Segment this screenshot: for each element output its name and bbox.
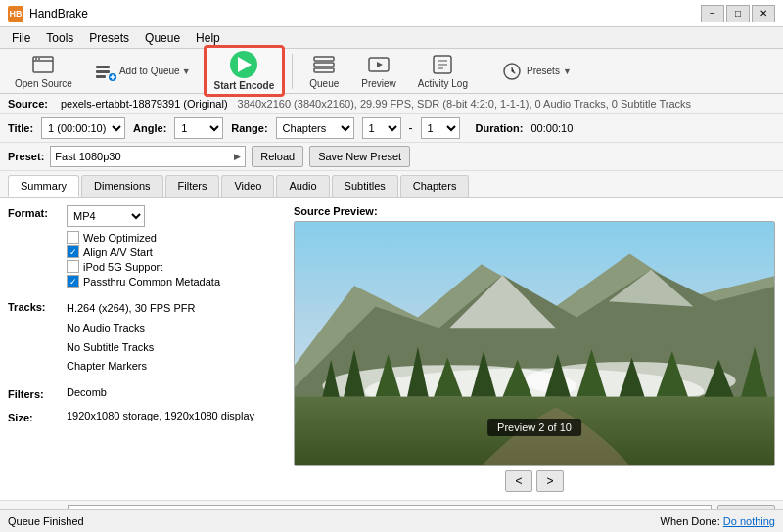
svg-rect-3 <box>96 66 110 68</box>
angle-select[interactable]: 1 <box>174 117 223 139</box>
tracks-row: Tracks: H.264 (x264), 30 FPS PFR No Audi… <box>8 299 282 377</box>
ipod-checkbox[interactable] <box>67 260 79 273</box>
align-av-checkbox[interactable]: ✓ <box>67 245 79 258</box>
when-done-label: When Done: <box>661 515 720 527</box>
title-select[interactable]: 1 (00:00:10) <box>41 117 125 139</box>
tab-summary[interactable]: Summary <box>8 175 79 197</box>
range-type-select[interactable]: Chapters <box>276 117 354 139</box>
size-row: Size: 1920x1080 storage, 1920x1080 displ… <box>8 410 282 423</box>
add-queue-arrow: ▼ <box>182 66 191 76</box>
preview-title: Source Preview: <box>294 205 775 217</box>
reload-button[interactable]: Reload <box>252 146 303 167</box>
svg-marker-11 <box>377 62 383 67</box>
presets-button[interactable]: Presets ▼ <box>491 56 580 87</box>
toolbar-separator-2 <box>484 54 484 89</box>
status-bar: Queue Finished When Done: Do nothing <box>0 509 783 532</box>
svg-rect-4 <box>96 70 110 73</box>
preview-next-button[interactable]: > <box>536 470 564 492</box>
web-optimized-label: Web Optimized <box>83 232 157 244</box>
title-label: Title: <box>8 122 33 134</box>
tab-filters[interactable]: Filters <box>165 175 220 197</box>
open-source-button[interactable]: Open Source <box>6 49 81 93</box>
maximize-button[interactable]: □ <box>726 5 750 22</box>
add-to-queue-label: Add to Queue <box>119 66 180 76</box>
preset-input[interactable]: Fast 1080p30 ▶ <box>50 146 246 167</box>
size-value: 1920x1080 storage, 1920x1080 display <box>67 410 254 421</box>
presets-label: Presets <box>527 66 560 76</box>
summary-panel: Format: MP4 Web Optimized ✓ Align A/V St… <box>8 205 282 492</box>
passthru-label: Passthru Common Metadata <box>83 276 220 288</box>
when-done-value[interactable]: Do nothing <box>723 515 775 527</box>
ipod-label: iPod 5G Support <box>83 261 162 273</box>
preview-label: Preview <box>361 78 396 89</box>
activity-log-label: Activity Log <box>418 78 468 89</box>
queue-icon <box>312 53 336 76</box>
align-av-row: ✓ Align A/V Start <box>67 245 220 258</box>
menu-help[interactable]: Help <box>188 29 228 47</box>
menu-presets[interactable]: Presets <box>81 29 137 47</box>
presets-icon <box>500 60 524 83</box>
source-bar: Source: pexels-ertabbt-18879391 (Origina… <box>0 94 783 114</box>
web-optimized-row: Web Optimized <box>67 231 220 244</box>
app-title: HandBrake <box>29 7 88 21</box>
main-content: Format: MP4 Web Optimized ✓ Align A/V St… <box>0 198 783 501</box>
format-label: Format: <box>8 205 67 219</box>
presets-arrow: ▼ <box>563 66 572 76</box>
angle-label: Angle: <box>133 122 166 134</box>
preview-button[interactable]: Preview <box>352 49 405 93</box>
preview-prev-button[interactable]: < <box>505 470 532 492</box>
tab-subtitles[interactable]: Subtitles <box>332 175 398 197</box>
track-video: H.264 (x264), 30 FPS PFR <box>67 299 195 319</box>
title-row: Title: 1 (00:00:10) Angle: 1 Range: Chap… <box>0 114 783 143</box>
range-label: Range: <box>231 122 267 134</box>
preset-value: Fast 1080p30 <box>55 151 120 162</box>
menu-queue[interactable]: Queue <box>137 29 188 47</box>
size-label: Size: <box>8 410 67 423</box>
source-filename: pexels-ertabbt-18879391 (Original) <box>61 98 228 110</box>
queue-button[interactable]: Queue <box>299 49 348 93</box>
track-audio: No Audio Tracks <box>67 319 195 338</box>
minimize-button[interactable]: − <box>701 5 724 22</box>
source-label: Source: <box>8 98 57 110</box>
start-encode-button[interactable]: Start Encode <box>204 45 286 97</box>
activity-log-icon <box>431 53 454 76</box>
toolbar-separator-1 <box>292 54 293 89</box>
menu-file[interactable]: File <box>4 29 38 47</box>
open-source-label: Open Source <box>15 78 72 89</box>
duration-label: Duration: <box>476 122 524 134</box>
tracks-label: Tracks: <box>8 299 67 313</box>
svg-rect-7 <box>314 57 334 61</box>
preset-label: Preset: <box>8 151 44 162</box>
range-from-select[interactable]: 1 <box>362 117 401 139</box>
close-button[interactable]: ✕ <box>752 5 775 22</box>
filters-value: Decomb <box>67 386 107 398</box>
tab-audio[interactable]: Audio <box>276 175 329 197</box>
tab-video[interactable]: Video <box>221 175 274 197</box>
filters-label: Filters: <box>8 386 67 400</box>
queue-label: Queue <box>309 78 339 89</box>
status-right: When Done: Do nothing <box>661 515 775 527</box>
menu-tools[interactable]: Tools <box>38 29 81 47</box>
open-source-icon <box>31 53 55 76</box>
preview-controls: < > <box>294 466 775 492</box>
activity-log-button[interactable]: Activity Log <box>409 49 477 93</box>
format-select[interactable]: MP4 <box>67 205 145 227</box>
tab-chapters[interactable]: Chapters <box>400 175 470 197</box>
status-left: Queue Finished <box>8 515 84 527</box>
tab-dimensions[interactable]: Dimensions <box>81 175 162 197</box>
add-to-queue-button[interactable]: Add to Queue ▼ <box>85 56 200 87</box>
app-icon: HB <box>8 6 23 22</box>
web-optimized-checkbox[interactable] <box>67 231 79 244</box>
passthru-checkbox[interactable]: ✓ <box>67 275 79 288</box>
menu-bar: File Tools Presets Queue Help <box>0 27 783 49</box>
range-to-select[interactable]: 1 <box>421 117 460 139</box>
ipod-row: iPod 5G Support <box>67 260 220 273</box>
range-separator: - <box>409 121 413 135</box>
svg-rect-8 <box>314 63 334 66</box>
save-new-preset-button[interactable]: Save New Preset <box>309 146 410 167</box>
preview-image: Preview 2 of 10 <box>294 221 775 466</box>
window-controls: − □ ✕ <box>701 5 775 22</box>
preset-arrow-icon: ▶ <box>234 152 241 161</box>
preview-icon <box>367 53 391 76</box>
start-encode-icon <box>230 51 257 78</box>
